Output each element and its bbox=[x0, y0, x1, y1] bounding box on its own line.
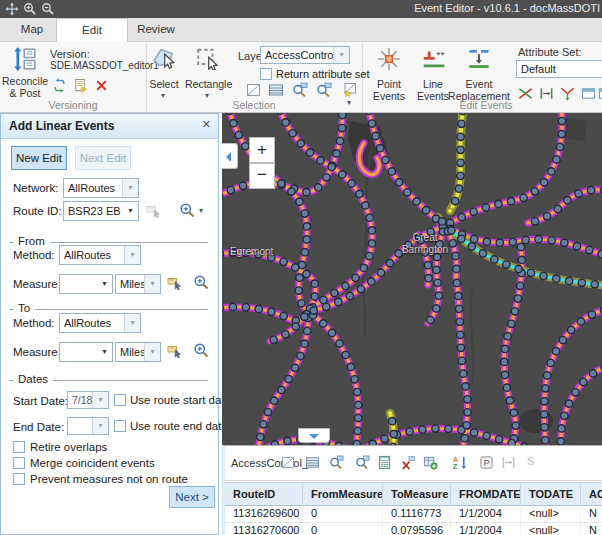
attribute-set-select[interactable]: Default bbox=[516, 60, 602, 78]
cell-todate: <null> bbox=[521, 522, 581, 535]
from-unit-select[interactable]: Miles bbox=[115, 274, 161, 294]
svg-text:Z: Z bbox=[453, 463, 458, 470]
next-button[interactable]: Next > bbox=[169, 486, 215, 508]
chevron-down-icon[interactable] bbox=[92, 418, 108, 434]
chevron-down-icon[interactable] bbox=[97, 343, 112, 361]
event-attributes-window-icon[interactable] bbox=[581, 86, 596, 101]
zoom-to-measure-icon[interactable] bbox=[193, 274, 209, 290]
chevron-down-icon[interactable] bbox=[123, 202, 138, 220]
attribute-set-label: Attribute Set: bbox=[518, 46, 582, 58]
reconcile-post-button[interactable]: Reconcile & Post bbox=[2, 44, 48, 96]
calculator-icon[interactable] bbox=[377, 455, 392, 470]
tab-review[interactable]: Review bbox=[128, 18, 184, 41]
select-features-icon[interactable] bbox=[246, 82, 262, 98]
chevron-down-icon[interactable] bbox=[124, 314, 140, 332]
select-route-on-map-icon[interactable] bbox=[146, 202, 162, 218]
show-selected-records-icon[interactable] bbox=[305, 455, 320, 470]
chevron-down-icon[interactable] bbox=[122, 179, 138, 197]
selectable-layers-icon[interactable] bbox=[342, 82, 358, 98]
zoom-to-route-icon[interactable] bbox=[179, 202, 195, 218]
to-method-label: Method: bbox=[13, 317, 55, 329]
from-measure-input[interactable] bbox=[59, 274, 113, 294]
chevron-down-icon[interactable] bbox=[333, 47, 349, 63]
pick-measure-on-map-icon[interactable] bbox=[167, 274, 183, 290]
reconcile-post-icon bbox=[13, 46, 37, 72]
chevron-down-icon[interactable] bbox=[144, 343, 160, 361]
event-panel-icon[interactable] bbox=[598, 86, 602, 101]
table-row[interactable]: 11316270600 0 0.0795596 1/1/2004 <null> … bbox=[225, 522, 602, 535]
merge-event-icon[interactable] bbox=[560, 86, 575, 101]
event-editor-window: Event Editor - v10.6.1 - docMassDOTI Map… bbox=[0, 0, 602, 535]
change-version-icon[interactable] bbox=[52, 78, 67, 93]
from-legend: From bbox=[13, 235, 50, 247]
pan-to-selection-icon[interactable] bbox=[355, 455, 370, 470]
network-select[interactable]: AllRoutes bbox=[63, 178, 139, 198]
collapse-panel-button[interactable] bbox=[222, 143, 238, 169]
map-view[interactable]: Egremont Great Barrington + − bbox=[222, 113, 602, 445]
save-button[interactable]: S bbox=[527, 455, 534, 467]
start-date-label: Start Date: bbox=[13, 395, 68, 407]
tab-edit[interactable]: Edit bbox=[56, 18, 128, 44]
table-row[interactable]: 11316269600 0 0.1116773 1/1/2004 <null> … bbox=[225, 505, 602, 523]
point-events-button[interactable]: Point Events bbox=[368, 44, 410, 102]
to-measure-input[interactable] bbox=[59, 342, 113, 362]
return-attribute-set-checkbox[interactable] bbox=[260, 68, 272, 80]
use-route-start-date-checkbox[interactable] bbox=[114, 394, 126, 406]
versioning-group-label: Versioning bbox=[0, 99, 146, 111]
select-tool-icon bbox=[152, 46, 176, 70]
identify-icon[interactable]: P bbox=[479, 455, 494, 470]
chevron-down-icon[interactable]: ▾ bbox=[199, 207, 203, 215]
pan-to-selection-icon[interactable] bbox=[316, 82, 332, 98]
add-linear-events-panel: Add Linear Events New Edit Next Edit Net… bbox=[0, 113, 219, 535]
rectangle-button[interactable]: Rectangle ▾ bbox=[185, 44, 231, 100]
tab-map[interactable]: Map bbox=[8, 18, 56, 41]
version-label: Version: bbox=[50, 48, 90, 60]
delete-version-icon[interactable] bbox=[94, 78, 109, 93]
zoom-out-icon[interactable] bbox=[41, 2, 55, 16]
map-label-great-barrington-1: Great bbox=[390, 232, 460, 243]
map-zoom-in-button[interactable]: + bbox=[249, 137, 275, 163]
map-zoom-out-button[interactable]: − bbox=[249, 163, 275, 189]
column-header-todate[interactable]: TODATE bbox=[521, 483, 581, 505]
add-record-icon[interactable] bbox=[423, 455, 438, 470]
column-header-routeid[interactable]: RouteID bbox=[225, 483, 303, 505]
select-button[interactable]: Select ▾ bbox=[146, 44, 182, 100]
zoom-in-icon[interactable] bbox=[23, 2, 37, 16]
next-edit-button[interactable]: Next Edit bbox=[75, 146, 131, 170]
column-header-tomeasure[interactable]: ToMeasure bbox=[383, 483, 451, 505]
offset-icon[interactable] bbox=[501, 455, 516, 470]
show-attributes-icon[interactable] bbox=[268, 82, 284, 98]
chevron-down-icon[interactable] bbox=[144, 275, 160, 293]
to-unit-select[interactable]: Miles bbox=[115, 342, 161, 362]
pan-icon[interactable] bbox=[5, 2, 19, 16]
to-method-select[interactable]: AllRoutes bbox=[59, 313, 141, 333]
close-icon[interactable] bbox=[202, 118, 211, 131]
collapse-table-button[interactable] bbox=[298, 428, 330, 443]
column-header-ac[interactable]: AC bbox=[581, 483, 602, 505]
start-date-input[interactable]: 7/18/ bbox=[67, 391, 109, 409]
clear-selection-icon[interactable] bbox=[401, 455, 416, 470]
pick-measure-on-map-icon[interactable] bbox=[167, 342, 183, 358]
retire-overlaps-checkbox[interactable] bbox=[13, 441, 25, 453]
chevron-down-icon[interactable] bbox=[124, 246, 140, 264]
from-method-select[interactable]: AllRoutes bbox=[59, 245, 141, 265]
zoom-to-selection-icon[interactable] bbox=[329, 455, 344, 470]
prevent-measures-checkbox[interactable] bbox=[13, 473, 25, 485]
chevron-down-icon[interactable] bbox=[97, 275, 112, 293]
merge-coincident-events-checkbox[interactable] bbox=[13, 457, 25, 469]
layer-select[interactable]: AccessControl_A bbox=[260, 46, 350, 64]
new-edit-button[interactable]: New Edit bbox=[11, 146, 67, 170]
zoom-to-selection-icon[interactable] bbox=[292, 82, 308, 98]
select-features-icon[interactable] bbox=[281, 455, 296, 470]
end-date-input[interactable] bbox=[67, 417, 109, 435]
sort-icon[interactable]: AZ bbox=[453, 455, 468, 470]
new-version-icon[interactable] bbox=[73, 78, 88, 93]
route-id-select[interactable]: BSR23 EB bbox=[63, 201, 139, 221]
zoom-to-measure-icon[interactable] bbox=[193, 342, 209, 358]
chevron-down-icon[interactable] bbox=[92, 392, 108, 408]
end-date-label: End Date: bbox=[13, 421, 64, 433]
event-replacement-button[interactable]: Event Replacement bbox=[448, 44, 510, 102]
use-route-end-date-checkbox[interactable] bbox=[114, 420, 126, 432]
column-header-fromdate[interactable]: FROMDATE bbox=[451, 483, 521, 505]
column-header-frommeasure[interactable]: FromMeasure bbox=[303, 483, 383, 505]
